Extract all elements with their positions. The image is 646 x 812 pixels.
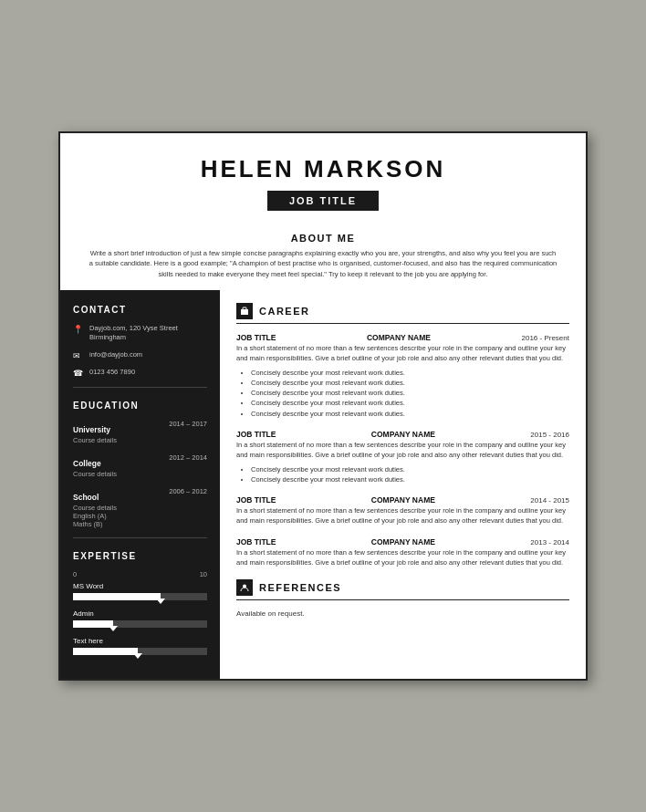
career-icon (236, 303, 253, 319)
job-company-0: Company name (367, 333, 431, 342)
skill-text-label: Text here (73, 637, 207, 645)
divider-1 (73, 387, 207, 388)
references-text: Available on request. (236, 609, 569, 618)
contact-phone: ☎ 0123 456 7890 (73, 368, 207, 378)
job-entry-3: JOB TITLE Company name 2013 - 2014 In a … (236, 537, 569, 568)
skill-msword-marker (156, 599, 165, 604)
job-title-0: JOB TITLE (236, 333, 276, 342)
skill-msword-label: MS Word (73, 582, 207, 590)
job-header-2: JOB TITLE Company name 2014 - 2015 (236, 495, 569, 505)
skill-admin-bar (73, 620, 207, 628)
edu-university-name: University (73, 425, 110, 434)
bullet-0-1: Concisely describe your most relevant wo… (251, 378, 569, 388)
divider-2 (73, 537, 207, 538)
job-title-1: JOB TITLE (236, 430, 276, 439)
skill-text-fill (73, 648, 138, 655)
location-icon: 📍 (73, 325, 84, 334)
job-header-1: JOB TITLE Company name 2015 - 2016 (236, 430, 569, 439)
edu-item-university: University 2014 – 2017 Course details (73, 420, 207, 444)
skill-text: Text here (73, 637, 207, 655)
email-text: info@dayjob.com (89, 350, 142, 360)
job-dates-1: 2015 - 2016 (530, 431, 569, 439)
job-title-2: JOB TITLE (236, 495, 276, 505)
skill-msword-fill (73, 593, 161, 600)
skill-admin-marker (109, 626, 118, 631)
job-entry-2: JOB TITLE Company name 2014 - 2015 In a … (236, 495, 569, 526)
bullet-0-3: Concisely describe your most relevant wo… (251, 398, 569, 408)
contact-email: ✉ info@dayjob.com (73, 350, 207, 360)
career-header: CAREER (236, 303, 569, 324)
sidebar: CONTACT 📍 Dayjob.com, 120 Vyse Street Bi… (60, 290, 220, 679)
bullet-1-0: Concisely describe your most relevant wo… (251, 464, 569, 474)
skill-msword: MS Word (73, 582, 207, 600)
job-desc-3: In a short statement of no more than a f… (236, 548, 569, 568)
job-entry-1: JOB TITLE Company name 2015 - 2016 In a … (236, 430, 569, 484)
range-min: 0 (73, 570, 77, 578)
job-title-bar: JOB TITLE (267, 191, 379, 211)
contact-address: 📍 Dayjob.com, 120 Vyse Street Birmingham (73, 324, 207, 343)
references-icon (236, 579, 253, 596)
bullet-0-0: Concisely describe your most relevant wo… (251, 368, 569, 378)
phone-text: 0123 456 7890 (89, 368, 135, 378)
job-desc-1: In a short statement of no more than a f… (236, 441, 569, 461)
expertise-range: 0 10 (73, 570, 207, 578)
job-desc-2: In a short statement of no more than a f… (236, 506, 569, 526)
job-company-3: Company name (371, 537, 435, 547)
job-title-3: JOB TITLE (236, 537, 276, 547)
references-header: REFERENCES (236, 579, 569, 600)
edu-item-school: School 2006 – 2012 Course details Englis… (73, 487, 207, 528)
job-header-0: JOB TITLE Company name 2016 - Present (236, 333, 569, 342)
resume-page: HELEN MARKSON JOB TITLE ABOUT ME Write a… (58, 131, 588, 681)
job-company-1: Company name (371, 430, 435, 439)
job-desc-0: In a short statement of no more than a f… (236, 344, 569, 364)
job-bullets-1: Concisely describe your most relevant wo… (236, 464, 569, 485)
skill-admin-label: Admin (73, 609, 207, 618)
header-section: HELEN MARKSON JOB TITLE (60, 133, 586, 224)
job-dates-3: 2013 - 2014 (530, 538, 569, 547)
about-text: Write a short brief introduction of just… (88, 248, 558, 279)
career-title: CAREER (259, 306, 309, 317)
education-title: EDUCATION (73, 401, 207, 411)
job-bullets-0: Concisely describe your most relevant wo… (236, 368, 569, 419)
job-header-3: JOB TITLE Company name 2013 - 2014 (236, 537, 569, 547)
edu-college-name: College (73, 459, 101, 468)
edu-university-years: 2014 – 2017 (169, 420, 207, 428)
edu-university-detail: Course details (73, 436, 207, 444)
job-dates-2: 2014 - 2015 (530, 496, 569, 505)
about-section: ABOUT ME Write a short brief introductio… (60, 224, 586, 290)
edu-school-name: School (73, 493, 99, 502)
bullet-0-2: Concisely describe your most relevant wo… (251, 388, 569, 398)
address-text: Dayjob.com, 120 Vyse Street Birmingham (89, 324, 207, 343)
references-title: REFERENCES (259, 582, 341, 593)
edu-college-detail: Course details (73, 470, 207, 478)
skill-msword-bar (73, 593, 207, 600)
bullet-0-4: Concisely describe your most relevant wo… (251, 409, 569, 419)
about-title: ABOUT ME (88, 233, 558, 244)
edu-school-detail: Course details English (A) Maths (B) (73, 504, 207, 528)
skill-text-marker (133, 653, 142, 659)
main-content: CAREER JOB TITLE Company name 2016 - Pre… (220, 290, 586, 679)
phone-icon: ☎ (73, 369, 84, 378)
skill-text-bar (73, 648, 207, 655)
bullet-1-1: Concisely describe your most relevant wo… (251, 474, 569, 484)
skill-admin-fill (73, 620, 113, 628)
email-icon: ✉ (73, 351, 84, 360)
body-layout: CONTACT 📍 Dayjob.com, 120 Vyse Street Bi… (60, 290, 586, 679)
candidate-name: HELEN MARKSON (78, 155, 568, 183)
job-company-2: Company name (371, 495, 435, 505)
range-max: 10 (200, 570, 207, 578)
edu-school-years: 2006 – 2012 (169, 487, 207, 495)
job-dates-0: 2016 - Present (522, 334, 569, 342)
expertise-title: EXPERTISE (73, 551, 207, 561)
svg-rect-1 (243, 307, 246, 310)
edu-item-college: College 2012 – 2014 Course details (73, 453, 207, 478)
skill-admin: Admin (73, 609, 207, 628)
edu-college-years: 2012 – 2014 (169, 453, 207, 462)
job-entry-0: JOB TITLE Company name 2016 - Present In… (236, 333, 569, 419)
contact-title: CONTACT (73, 305, 207, 315)
